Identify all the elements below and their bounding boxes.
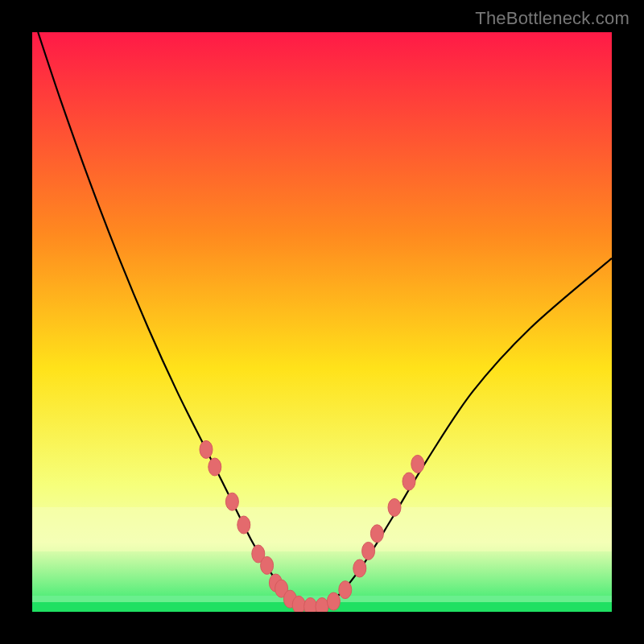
curve-marker (316, 598, 328, 612)
curve-marker (402, 473, 415, 490)
curve-marker (388, 498, 401, 516)
curve-marker (411, 455, 424, 473)
plot-svg (32, 32, 612, 612)
curve-marker (225, 493, 238, 510)
watermark-label: TheBottleneck.com (475, 8, 630, 29)
curve-marker (327, 592, 340, 610)
curve-marker (304, 598, 317, 612)
curve-marker (292, 596, 305, 612)
curve-marker (370, 525, 383, 543)
curve-marker (261, 556, 274, 574)
curve-marker (362, 542, 375, 559)
curve-marker (339, 581, 352, 599)
plot-area (32, 32, 612, 612)
curve-marker (353, 559, 366, 577)
chart-frame: TheBottleneck.com (0, 0, 644, 644)
curve-marker (208, 458, 221, 476)
curve-marker (200, 440, 213, 458)
band-pale (32, 507, 612, 551)
curve-marker (237, 516, 250, 534)
